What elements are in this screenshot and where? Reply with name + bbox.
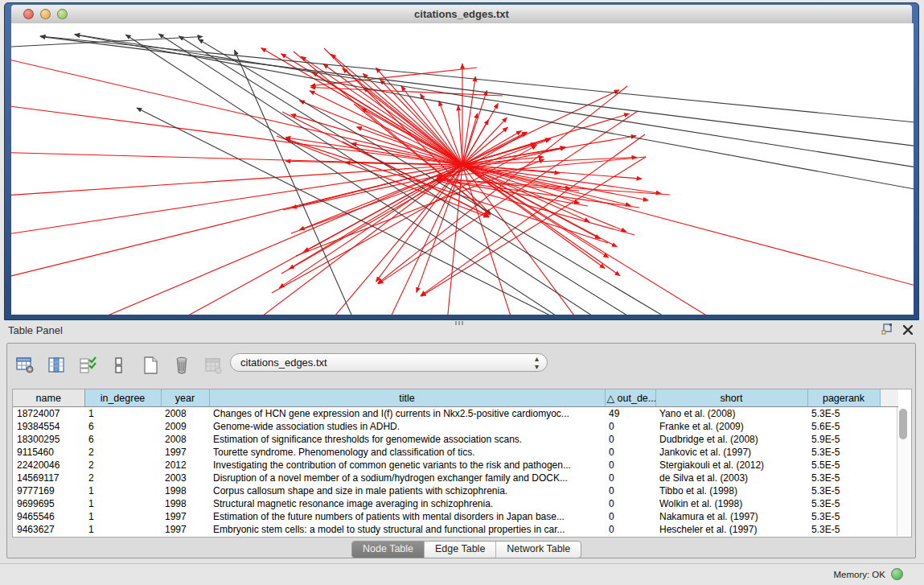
table-cell[interactable]: 5.3E-5 [807,510,880,523]
float-panel-icon[interactable] [881,323,893,338]
column-header-name[interactable]: name [13,389,84,407]
row-height-icon[interactable] [108,354,130,377]
column-header-out_degree[interactable]: △ out_de... [605,389,655,407]
table-cell[interactable]: 5.6E-5 [807,420,880,433]
table-source-select[interactable]: citations_edges.txt ▴▾ [230,353,548,372]
table-cell[interactable]: Embryonic stem cells: a model to study s… [209,523,605,536]
table-cell[interactable]: Wolkin et al. (1998) [655,497,807,510]
table-cell[interactable]: 2 [84,472,161,484]
table-cell[interactable]: 1 [84,510,161,523]
column-chooser-icon[interactable] [45,354,68,377]
table-cell[interactable]: Stergiakouli et al. (2012) [655,459,807,472]
table-cell[interactable]: 2008 [161,407,209,421]
close-panel-icon[interactable] [903,323,913,338]
table-cell[interactable]: 1998 [161,484,209,497]
network-canvas[interactable] [11,23,914,315]
table-cell[interactable]: 5.3E-5 [807,497,880,510]
table-cell[interactable]: 18724007 [13,407,84,421]
table-cell[interactable]: 1 [84,407,161,421]
table-cell[interactable]: 22420046 [13,459,84,472]
table-cell[interactable]: 6 [84,433,161,446]
table-cell[interactable]: Tourette syndrome. Phenomenology and cla… [209,446,605,459]
table-cell[interactable]: 0 [605,459,655,472]
table-cell[interactable]: 9699695 [13,497,84,510]
table-row[interactable]: 1456911722003Disruption of a novel membe… [13,472,898,484]
network-graph[interactable] [11,23,914,315]
table-cell[interactable]: de Silva et al. (2003) [655,472,807,484]
table-cell[interactable]: 9463627 [13,523,84,536]
table-cell[interactable]: Dudbridge et al. (2008) [655,433,807,446]
column-header-short[interactable]: short [655,389,807,407]
table-cell[interactable]: 5.9E-5 [807,433,880,446]
table-cell[interactable]: Estimation of the future numbers of pati… [209,510,605,523]
table-cell[interactable]: 18300295 [13,433,84,446]
table-cell[interactable]: 0 [605,510,655,523]
select-rows-icon[interactable] [76,354,99,377]
delete-table-icon[interactable] [170,354,193,377]
table-cell[interactable]: 0 [605,484,655,497]
table-cell[interactable]: 0 [605,446,655,459]
table-cell[interactable]: 1997 [161,446,209,459]
table-cell[interactable]: 6 [84,420,161,433]
table-cell[interactable]: 2012 [161,459,209,472]
column-header-year[interactable]: year [161,389,209,407]
table-cell[interactable]: 0 [605,433,655,446]
table-cell[interactable]: 2008 [161,433,209,446]
table-cell[interactable]: 14569117 [13,472,84,484]
table-cell[interactable]: 2 [84,446,161,459]
table-cell[interactable]: Investigating the contribution of common… [209,459,605,472]
table-cell[interactable]: 9777169 [13,484,84,497]
table-cell[interactable]: 0 [605,497,655,510]
table-cell[interactable]: Genome-wide association studies in ADHD. [209,420,605,433]
table-cell[interactable]: Tibbo et al. (1998) [655,484,807,497]
table-cell[interactable]: 5.5E-5 [807,459,880,472]
table-settings-icon[interactable] [14,354,36,377]
table-cell[interactable]: 5.3E-5 [807,523,880,536]
table-cell[interactable]: Yano et al. (2008) [655,407,807,421]
table-row[interactable]: 946362711997Embryonic stem cells: a mode… [13,523,898,536]
table-cell[interactable]: 2003 [161,472,209,484]
table-cell[interactable]: Nakamura et al. (1997) [655,510,807,523]
table-cell[interactable]: 19384554 [13,420,84,433]
table-cell[interactable]: Disruption of a novel member of a sodium… [209,472,605,484]
table-row[interactable]: 946554611997Estimation of the future num… [13,510,898,523]
column-header-title[interactable]: title [209,389,605,407]
table-cell[interactable]: Jankovic et al. (1997) [655,446,807,459]
table-cell[interactable]: Changes of HCN gene expression and I(f) … [209,407,605,421]
table-cell[interactable]: 1997 [161,510,209,523]
table-cell[interactable]: 0 [605,472,655,484]
table-cell[interactable]: 0 [605,420,655,433]
table-cell[interactable]: Franke et al. (2009) [655,420,807,433]
table-cell[interactable]: 1998 [161,497,209,510]
tab-network-table[interactable]: Network Table [496,542,581,558]
table-cell[interactable]: 1 [84,523,161,536]
table-cell[interactable]: 9465546 [13,510,84,523]
network-window-titlebar[interactable]: citations_edges.txt [11,5,912,24]
table-cell[interactable]: 5.3E-5 [807,472,880,484]
table-row[interactable]: 1938455462009Genome-wide association stu… [13,420,898,433]
table-row[interactable]: 977716911998Corpus callosum shape and si… [13,484,898,497]
table-row[interactable]: 911546021997Tourette syndrome. Phenomeno… [13,446,898,459]
table-cell[interactable]: Estimation of significance thresholds fo… [209,433,605,446]
scrollbar-thumb[interactable] [899,409,907,439]
column-header-in_degree[interactable]: in_degree [84,389,161,407]
table-cell[interactable]: 2 [84,459,161,472]
column-header-pagerank[interactable]: pagerank [807,389,880,407]
table-cell[interactable]: 0 [605,523,655,536]
table-vertical-scrollbar[interactable] [897,407,910,536]
table-cell[interactable]: 1 [84,484,161,497]
table-cell[interactable]: 5.3E-5 [807,484,880,497]
tab-edge-table[interactable]: Edge Table [425,542,496,558]
table-cell[interactable]: 2009 [161,420,209,433]
table-cell[interactable]: 5.3E-5 [807,446,880,459]
table-cell[interactable]: 1997 [161,523,209,536]
table-row[interactable]: 2242004622012Investigating the contribut… [13,459,898,472]
table-cell[interactable]: Structural magnetic resonance image aver… [209,497,605,510]
table-row[interactable]: 1830029562008Estimation of significance … [13,433,898,446]
table-cell[interactable]: Hescheler et al. (1997) [655,523,807,536]
table-cell[interactable]: 9115460 [13,446,84,459]
table-row[interactable]: 1872400712008Changes of HCN gene express… [13,407,898,421]
table-row[interactable]: 969969511998Structural magnetic resonanc… [13,497,898,510]
memory-status-indicator[interactable] [891,568,903,580]
table-cell[interactable]: 1 [84,497,161,510]
